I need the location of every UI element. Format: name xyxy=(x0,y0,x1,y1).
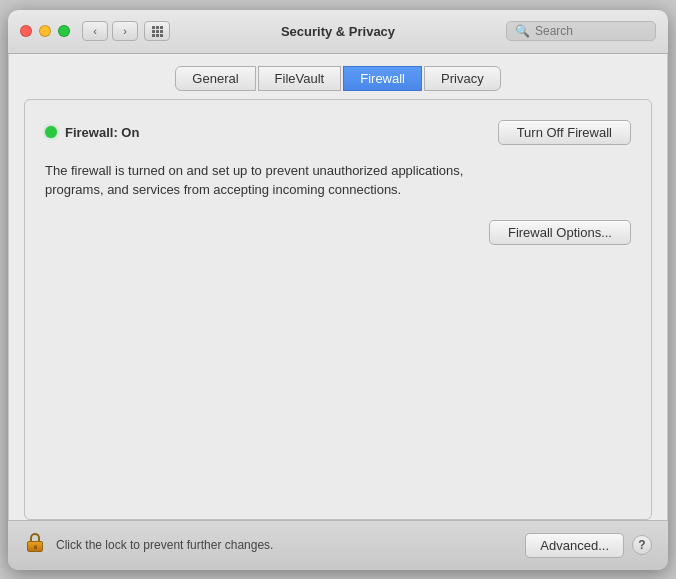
options-row: Firewall Options... xyxy=(45,220,631,245)
tab-general[interactable]: General xyxy=(175,66,255,91)
minimize-button[interactable] xyxy=(39,25,51,37)
status-label: Firewall: On xyxy=(65,125,139,140)
window: ‹ › Security & Privacy 🔍 General FileVau… xyxy=(8,10,668,570)
bottom-buttons: Advanced... ? xyxy=(525,533,652,558)
lock-keyhole xyxy=(34,545,37,549)
search-input[interactable] xyxy=(535,24,647,38)
tab-firewall[interactable]: Firewall xyxy=(343,66,422,91)
bottom-bar: Click the lock to prevent further change… xyxy=(8,520,668,570)
grid-view-button[interactable] xyxy=(144,21,170,41)
search-box[interactable]: 🔍 xyxy=(506,21,656,41)
close-button[interactable] xyxy=(20,25,32,37)
status-indicator xyxy=(45,126,57,138)
traffic-lights xyxy=(20,25,70,37)
tab-privacy[interactable]: Privacy xyxy=(424,66,501,91)
firewall-status-row: Firewall: On Turn Off Firewall xyxy=(45,120,631,145)
nav-buttons: ‹ › xyxy=(82,21,138,41)
tab-filevault[interactable]: FileVault xyxy=(258,66,342,91)
back-button[interactable]: ‹ xyxy=(82,21,108,41)
lock-icon[interactable] xyxy=(24,533,46,557)
search-icon: 🔍 xyxy=(515,24,530,38)
firewall-options-button[interactable]: Firewall Options... xyxy=(489,220,631,245)
advanced-button[interactable]: Advanced... xyxy=(525,533,624,558)
lock-status-text: Click the lock to prevent further change… xyxy=(56,538,515,552)
forward-button[interactable]: › xyxy=(112,21,138,41)
lock-shackle xyxy=(30,533,40,541)
window-title: Security & Privacy xyxy=(281,24,395,39)
help-button[interactable]: ? xyxy=(632,535,652,555)
status-left: Firewall: On xyxy=(45,125,139,140)
tabs-row: General FileVault Firewall Privacy xyxy=(8,54,668,99)
lock-body xyxy=(27,541,43,552)
turn-off-firewall-button[interactable]: Turn Off Firewall xyxy=(498,120,631,145)
titlebar: ‹ › Security & Privacy 🔍 xyxy=(8,10,668,54)
grid-icon xyxy=(152,26,163,37)
firewall-description: The firewall is turned on and set up to … xyxy=(45,161,525,200)
maximize-button[interactable] xyxy=(58,25,70,37)
content-area: Firewall: On Turn Off Firewall The firew… xyxy=(24,99,652,520)
